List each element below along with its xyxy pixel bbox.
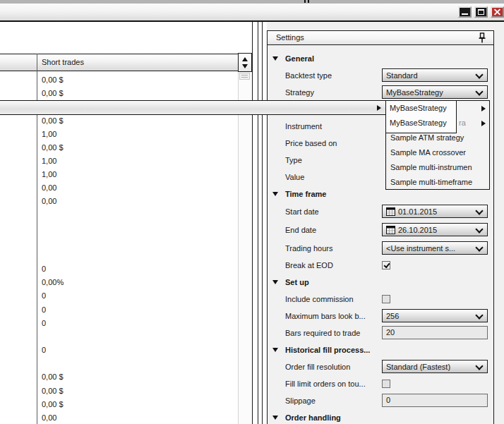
slippage-label: Slippage — [285, 392, 316, 409]
calendar-icon — [386, 226, 395, 234]
scroll-down-icon[interactable] — [242, 64, 248, 68]
section-set-up: Set up — [285, 274, 309, 291]
splitter-line[interactable] — [262, 22, 263, 424]
value-label: Value — [285, 169, 304, 186]
menu-item-sample-multi-timeframe[interactable]: Sample multi-timeframe — [390, 175, 472, 190]
fill-limit-checkbox[interactable] — [382, 380, 390, 388]
column-header-short-trades[interactable]: Short trades — [42, 54, 84, 71]
start-date-value: 01.01.2015 — [398, 207, 437, 216]
maximize-button[interactable] — [474, 6, 488, 18]
max-bars-value: 256 — [386, 312, 399, 320]
pin-icon[interactable] — [478, 32, 486, 44]
chevron-down-icon — [475, 362, 483, 370]
trading-hours-label: Trading hours — [285, 240, 332, 257]
table-scrollbar-thumb[interactable] — [239, 73, 250, 80]
chevron-down-icon — [475, 207, 483, 214]
clipped-text-artifact: ra — [459, 116, 466, 131]
trading-hours-select[interactable]: <Use instrument s... — [382, 241, 488, 255]
table-header: Short trades — [0, 54, 252, 71]
bars-required-value: 20 — [386, 328, 395, 337]
collapse-arrow-icon[interactable] — [272, 192, 278, 196]
collapse-arrow-icon[interactable] — [272, 56, 278, 61]
menu-item-mybasestrategy[interactable]: MyBaseStrategy — [390, 101, 453, 116]
check-icon — [384, 262, 390, 268]
backtest-type-select[interactable]: Standard — [382, 68, 488, 82]
end-date-select[interactable]: 26.10.2015 — [382, 223, 488, 236]
table-row[interactable]: 1,00 — [37, 128, 239, 141]
trading-hours-value: <Use instrument s... — [386, 244, 455, 253]
include-commission-checkbox[interactable] — [382, 295, 390, 303]
table-row[interactable] — [37, 357, 239, 370]
strategy-submenu-box: MyBaseStrategy MyBaseStrategy — [385, 100, 457, 133]
strategy-value: MyBaseStrategy — [386, 88, 443, 97]
start-date-label: Start date — [285, 203, 319, 220]
minimize-button[interactable] — [458, 6, 472, 18]
table-scrollbar-track[interactable] — [238, 71, 252, 424]
collapse-arrow-icon[interactable] — [272, 416, 278, 420]
menu-item-sample-multi-instrument[interactable]: Sample multi-instrumen — [390, 160, 472, 175]
table-row[interactable]: 0,00 — [37, 411, 239, 424]
fill-limit-label: Fill limit orders on tou... — [285, 375, 366, 392]
splitter-line[interactable] — [258, 22, 258, 424]
table-row[interactable]: 0,00 $ — [37, 398, 239, 411]
section-time-frame: Time frame — [285, 186, 327, 202]
close-button[interactable] — [491, 6, 504, 18]
table-row[interactable]: 0 — [37, 262, 239, 276]
order-fill-value: Standard (Fastest) — [386, 363, 450, 371]
bars-required-input[interactable]: 20 — [382, 326, 488, 339]
collapse-arrow-icon[interactable] — [272, 280, 278, 284]
table-row[interactable] — [37, 222, 239, 236]
table-row[interactable]: 0,00 $ — [37, 73, 239, 87]
end-date-label: End date — [285, 222, 316, 238]
title-bar-edge — [0, 0, 504, 4]
table-row[interactable]: 0 — [37, 317, 239, 330]
table-row[interactable]: 1,00 — [37, 155, 239, 168]
menu-item-mybasestrategy[interactable]: MyBaseStrategy — [390, 116, 453, 131]
table-row[interactable]: 1,00 — [37, 168, 239, 181]
submenu-arrow-icon — [377, 105, 381, 111]
table-row[interactable]: 0 — [37, 303, 239, 317]
strategy-select[interactable]: MyBaseStrategy — [382, 85, 488, 99]
order-fill-select[interactable]: Standard (Fastest) — [382, 360, 488, 373]
break-at-eod-checkbox[interactable] — [382, 261, 390, 269]
order-fill-label: Order fill resolution — [285, 358, 350, 375]
table-row[interactable] — [37, 236, 239, 249]
bars-required-label: Bars required to trade — [285, 325, 360, 341]
table-row[interactable]: 0,00 $ — [37, 114, 239, 128]
slippage-value: 0 — [386, 396, 390, 404]
table-row[interactable]: 0,00 $ — [37, 141, 239, 155]
backtest-type-value: Standard — [386, 71, 418, 80]
table-scrollbar-buttons[interactable] — [238, 53, 252, 72]
type-label: Type — [285, 152, 302, 169]
submenu-arrow-icon — [481, 121, 486, 126]
table-row[interactable]: 0,00 — [37, 181, 239, 195]
settings-panel: Settings General Backtest type Standard … — [267, 30, 494, 424]
table-row[interactable]: 0,00 $ — [37, 370, 239, 384]
title-bar — [0, 0, 504, 22]
menu-highlight-bar[interactable] — [0, 100, 385, 115]
table-row[interactable]: 0,00% — [37, 276, 239, 289]
max-bars-label: Maximum bars look b... — [285, 308, 366, 325]
table-row[interactable]: 0,00 $ — [37, 384, 239, 398]
chevron-down-icon — [475, 225, 483, 233]
table-row[interactable]: 0 — [37, 344, 239, 357]
panel-gap — [253, 22, 267, 424]
table-row[interactable]: 0,00 $ — [37, 87, 239, 100]
slippage-input[interactable]: 0 — [382, 394, 488, 407]
table-row[interactable] — [37, 209, 239, 222]
maximize-icon — [478, 9, 484, 15]
table-row[interactable] — [37, 249, 239, 262]
section-historical-fill: Historical fill process... — [285, 341, 370, 358]
menu-item-sample-ma[interactable]: Sample MA crossover — [390, 145, 466, 160]
table-row[interactable]: 0 — [37, 289, 239, 303]
strategy-label: Strategy — [285, 84, 314, 101]
cropped-text-artifact — [304, 0, 306, 3]
scroll-up-icon[interactable] — [242, 57, 248, 61]
table-row[interactable]: 0,00 — [37, 195, 239, 208]
performance-table-panel: Short trades 0,00 $ 0,00 $ 0,00 $ 1,00 0… — [0, 22, 253, 424]
instrument-label: Instrument — [285, 118, 322, 135]
table-row[interactable] — [37, 330, 239, 344]
max-bars-select[interactable]: 256 — [382, 309, 488, 322]
collapse-arrow-icon[interactable] — [272, 348, 278, 352]
start-date-select[interactable]: 01.01.2015 — [382, 205, 488, 218]
